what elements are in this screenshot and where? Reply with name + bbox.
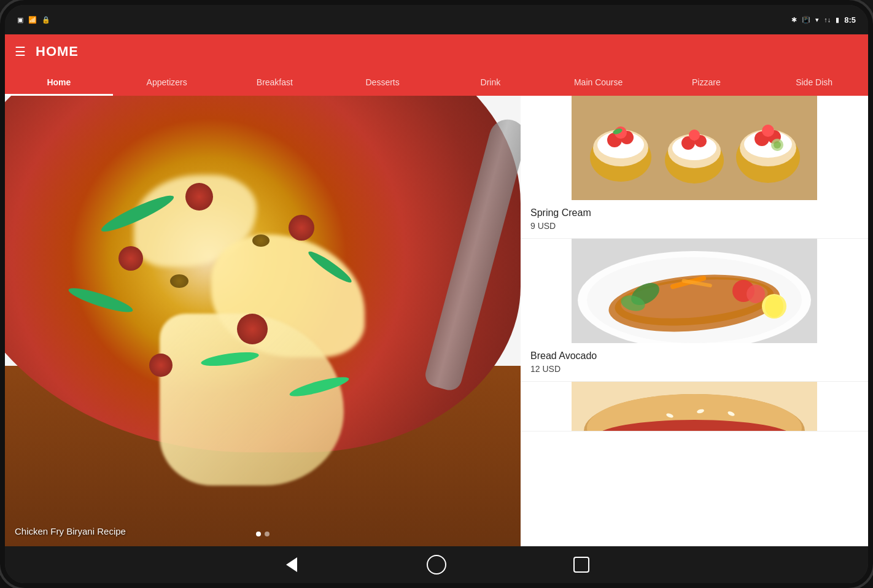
tab-appetizers[interactable]: Appetizers (113, 69, 221, 96)
recent-button[interactable] (570, 554, 592, 576)
battery-icon: ▮ (836, 16, 839, 24)
bread-avocado-name: Bread Avocado (530, 350, 858, 362)
hero-image: Chicken Fry Biryani Recipe (5, 96, 521, 546)
bread-avocado-price: 12 USD (530, 364, 858, 374)
tab-breakfast[interactable]: Breakfast (221, 69, 329, 96)
tab-pizzare[interactable]: Pizzare (653, 69, 761, 96)
slide-indicators (256, 532, 270, 536)
hero-section[interactable]: Chicken Fry Biryani Recipe (5, 96, 521, 546)
main-content: Chicken Fry Biryani Recipe (5, 96, 868, 546)
tab-home[interactable]: Home (5, 69, 113, 96)
svg-point-34 (765, 295, 783, 317)
svg-point-20 (762, 125, 774, 137)
lock-icon: 🔒 (42, 16, 50, 24)
tablet-frame: ▣ 📶 🔒 ✱ 📳 ▾ ↑↓ ▮ 8:5 ☰ HOME Home Appetiz… (0, 0, 873, 588)
svg-point-32 (747, 285, 765, 303)
food-card-spring-cream[interactable]: Spring Cream 9 USD (521, 96, 868, 239)
hotdog-image (521, 382, 868, 431)
app-header: ☰ HOME (5, 34, 868, 69)
notification-icon: ▣ (17, 16, 23, 24)
slide-dot-1 (256, 532, 261, 536)
screen-content: ☰ HOME Home Appetizers Breakfast Dessert… (5, 34, 868, 546)
tab-main-course[interactable]: Main Course (545, 69, 653, 96)
wifi-icon: ▾ (815, 16, 819, 24)
food-card-bread-avocado[interactable]: Bread Avocado 12 USD (521, 239, 868, 382)
status-bar-right: ✱ 📳 ▾ ↑↓ ▮ 8:5 (791, 15, 856, 25)
pizza-visual (5, 96, 521, 492)
spring-cream-image (521, 96, 868, 200)
svg-point-14 (689, 130, 700, 141)
food-card-hotdog[interactable] (521, 382, 868, 431)
data-icon: ↑↓ (824, 16, 831, 23)
app-title: HOME (36, 44, 79, 60)
tab-desserts[interactable]: Desserts (328, 69, 437, 96)
bread-avocado-image (521, 239, 868, 343)
home-button[interactable] (425, 554, 448, 576)
right-panel: Spring Cream 9 USD (521, 96, 868, 546)
spring-cream-name: Spring Cream (530, 207, 858, 219)
navigation-tabs: Home Appetizers Breakfast Desserts Drink… (5, 69, 868, 96)
bread-avocado-info: Bread Avocado 12 USD (521, 343, 868, 381)
svg-point-22 (774, 141, 781, 149)
signal-icon: 📶 (28, 16, 37, 24)
tab-side-dish[interactable]: Side Dish (760, 69, 868, 96)
vibrate-icon: 📳 (802, 16, 810, 24)
spring-cream-price: 9 USD (530, 221, 858, 231)
status-bar: ▣ 📶 🔒 ✱ 📳 ▾ ↑↓ ▮ 8:5 (5, 5, 868, 34)
time-display: 8:5 (844, 15, 856, 25)
spring-cream-info: Spring Cream 9 USD (521, 200, 868, 238)
status-bar-left: ▣ 📶 🔒 (17, 16, 50, 24)
back-button[interactable] (281, 554, 303, 576)
bottom-navigation (5, 546, 868, 583)
hamburger-menu-icon[interactable]: ☰ (15, 44, 26, 59)
bluetooth-icon: ✱ (791, 16, 797, 24)
tab-drink[interactable]: Drink (437, 69, 545, 96)
hero-caption: Chicken Fry Biryani Recipe (15, 526, 126, 536)
slide-dot-2 (265, 532, 270, 536)
